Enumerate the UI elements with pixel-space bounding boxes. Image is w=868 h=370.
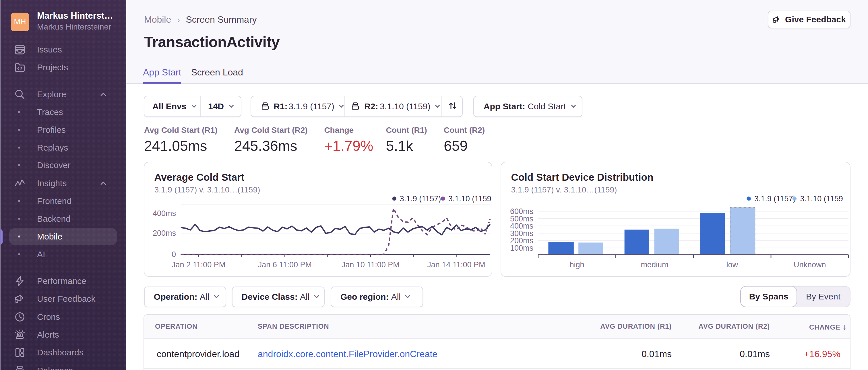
svg-text:medium: medium <box>641 261 669 269</box>
svg-text:100ms: 100ms <box>510 244 533 253</box>
svg-text:3.1.9 (1157): 3.1.9 (1157) <box>754 195 796 203</box>
svg-text:Jan 2 11:00 PM: Jan 2 11:00 PM <box>172 261 225 269</box>
svg-text:low: low <box>726 261 738 269</box>
svg-text:Jan 6 11:00 PM: Jan 6 11:00 PM <box>258 261 312 269</box>
svg-text:0: 0 <box>172 250 176 259</box>
svg-text:high: high <box>570 261 584 269</box>
svg-text:200ms: 200ms <box>153 229 176 237</box>
svg-text:400ms: 400ms <box>153 209 176 218</box>
svg-text:3.1.9 (1157): 3.1.9 (1157) <box>400 195 441 203</box>
svg-text:3.1.10 (1159: 3.1.10 (1159 <box>448 195 491 203</box>
svg-text:Unknown: Unknown <box>794 261 826 269</box>
svg-text:Jan 10 11:00 PM: Jan 10 11:00 PM <box>342 261 400 269</box>
svg-text:Jan 14 11:00 PM: Jan 14 11:00 PM <box>427 261 485 269</box>
svg-text:3.1.10 (1159: 3.1.10 (1159 <box>800 195 843 203</box>
